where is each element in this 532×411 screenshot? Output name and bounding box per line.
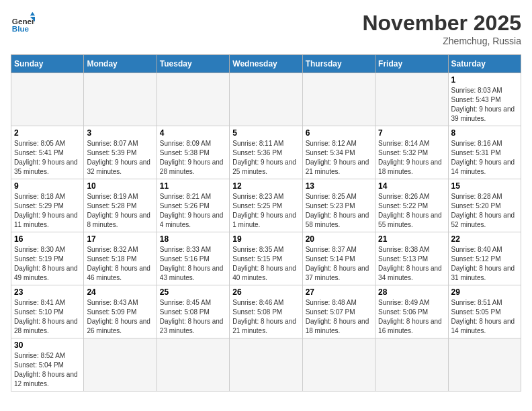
day-number: 12 bbox=[232, 181, 299, 191]
day-info: Sunrise: 8:28 AMSunset: 5:20 PMDaylight:… bbox=[451, 192, 518, 230]
day-info: Sunrise: 8:25 AMSunset: 5:23 PMDaylight:… bbox=[306, 192, 372, 230]
day-info: Sunrise: 8:43 AMSunset: 5:09 PMDaylight:… bbox=[87, 298, 153, 336]
logo-icon: General Blue bbox=[11, 11, 35, 35]
day-of-week-header: Tuesday bbox=[157, 55, 229, 73]
day-number: 18 bbox=[160, 234, 226, 244]
day-number: 11 bbox=[160, 181, 226, 191]
calendar-day-cell bbox=[84, 73, 157, 126]
day-info: Sunrise: 8:11 AMSunset: 5:36 PMDaylight:… bbox=[232, 139, 299, 177]
day-number: 16 bbox=[14, 234, 81, 244]
calendar-day-cell bbox=[230, 73, 302, 126]
calendar-day-cell bbox=[302, 338, 375, 392]
day-info: Sunrise: 8:41 AMSunset: 5:10 PMDaylight:… bbox=[14, 298, 81, 336]
day-info: Sunrise: 8:09 AMSunset: 5:38 PMDaylight:… bbox=[160, 139, 226, 177]
day-info: Sunrise: 8:03 AMSunset: 5:43 PMDaylight:… bbox=[451, 86, 518, 124]
calendar-day-cell: 22Sunrise: 8:40 AMSunset: 5:12 PMDayligh… bbox=[448, 232, 521, 285]
calendar-day-cell: 1Sunrise: 8:03 AMSunset: 5:43 PMDaylight… bbox=[448, 73, 521, 126]
calendar-day-cell: 19Sunrise: 8:35 AMSunset: 5:15 PMDayligh… bbox=[230, 232, 302, 285]
day-info: Sunrise: 8:14 AMSunset: 5:32 PMDaylight:… bbox=[378, 139, 445, 177]
day-info: Sunrise: 8:32 AMSunset: 5:18 PMDaylight:… bbox=[87, 245, 153, 283]
day-info: Sunrise: 8:46 AMSunset: 5:08 PMDaylight:… bbox=[232, 298, 299, 336]
day-number: 2 bbox=[14, 128, 81, 138]
day-number: 10 bbox=[87, 181, 153, 191]
calendar-day-cell: 25Sunrise: 8:45 AMSunset: 5:08 PMDayligh… bbox=[157, 285, 229, 338]
day-info: Sunrise: 8:33 AMSunset: 5:16 PMDaylight:… bbox=[160, 245, 226, 283]
day-of-week-header: Friday bbox=[375, 55, 448, 73]
calendar-day-cell: 5Sunrise: 8:11 AMSunset: 5:36 PMDaylight… bbox=[230, 126, 302, 179]
page-header: General Blue November 2025 Zhemchug, Rus… bbox=[11, 11, 521, 46]
day-number: 4 bbox=[160, 128, 226, 138]
calendar-day-cell: 14Sunrise: 8:26 AMSunset: 5:22 PMDayligh… bbox=[375, 179, 448, 232]
day-number: 28 bbox=[378, 287, 445, 297]
calendar-day-cell: 17Sunrise: 8:32 AMSunset: 5:18 PMDayligh… bbox=[84, 232, 157, 285]
calendar-day-cell: 7Sunrise: 8:14 AMSunset: 5:32 PMDaylight… bbox=[375, 126, 448, 179]
calendar-day-cell: 6Sunrise: 8:12 AMSunset: 5:34 PMDaylight… bbox=[302, 126, 375, 179]
day-number: 20 bbox=[306, 234, 372, 244]
day-info: Sunrise: 8:45 AMSunset: 5:08 PMDaylight:… bbox=[160, 298, 226, 336]
day-number: 1 bbox=[451, 75, 518, 85]
calendar-day-cell: 8Sunrise: 8:16 AMSunset: 5:31 PMDaylight… bbox=[448, 126, 521, 179]
calendar-week-row: 30Sunrise: 8:52 AMSunset: 5:04 PMDayligh… bbox=[11, 338, 521, 392]
calendar-day-cell: 28Sunrise: 8:49 AMSunset: 5:06 PMDayligh… bbox=[375, 285, 448, 338]
calendar-week-row: 2Sunrise: 8:05 AMSunset: 5:41 PMDaylight… bbox=[11, 126, 521, 179]
day-number: 3 bbox=[87, 128, 153, 138]
calendar-table: SundayMondayTuesdayWednesdayThursdayFrid… bbox=[11, 54, 521, 392]
calendar-day-cell: 12Sunrise: 8:23 AMSunset: 5:25 PMDayligh… bbox=[230, 179, 302, 232]
day-number: 17 bbox=[87, 234, 153, 244]
calendar-day-cell bbox=[375, 338, 448, 392]
day-number: 25 bbox=[160, 287, 226, 297]
calendar-day-cell bbox=[11, 73, 84, 126]
day-number: 8 bbox=[451, 128, 518, 138]
calendar-day-cell: 23Sunrise: 8:41 AMSunset: 5:10 PMDayligh… bbox=[11, 285, 84, 338]
calendar-day-cell: 26Sunrise: 8:46 AMSunset: 5:08 PMDayligh… bbox=[230, 285, 302, 338]
day-info: Sunrise: 8:38 AMSunset: 5:13 PMDaylight:… bbox=[378, 245, 445, 283]
day-of-week-header: Thursday bbox=[302, 55, 375, 73]
day-number: 7 bbox=[378, 128, 445, 138]
calendar-day-cell bbox=[448, 338, 521, 392]
day-info: Sunrise: 8:35 AMSunset: 5:15 PMDaylight:… bbox=[232, 245, 299, 283]
calendar-day-cell: 2Sunrise: 8:05 AMSunset: 5:41 PMDaylight… bbox=[11, 126, 84, 179]
day-info: Sunrise: 8:40 AMSunset: 5:12 PMDaylight:… bbox=[451, 245, 518, 283]
day-info: Sunrise: 8:19 AMSunset: 5:28 PMDaylight:… bbox=[87, 192, 153, 230]
day-number: 9 bbox=[14, 181, 81, 191]
calendar-day-cell: 11Sunrise: 8:21 AMSunset: 5:26 PMDayligh… bbox=[157, 179, 229, 232]
location: Zhemchug, Russia bbox=[362, 36, 521, 46]
day-number: 23 bbox=[14, 287, 81, 297]
day-info: Sunrise: 8:52 AMSunset: 5:04 PMDaylight:… bbox=[14, 351, 81, 389]
calendar-day-cell: 3Sunrise: 8:07 AMSunset: 5:39 PMDaylight… bbox=[84, 126, 157, 179]
calendar-week-row: 16Sunrise: 8:30 AMSunset: 5:19 PMDayligh… bbox=[11, 232, 521, 285]
calendar-day-cell bbox=[157, 73, 229, 126]
day-number: 6 bbox=[306, 128, 372, 138]
calendar-day-cell bbox=[84, 338, 157, 392]
calendar-day-cell: 9Sunrise: 8:18 AMSunset: 5:29 PMDaylight… bbox=[11, 179, 84, 232]
day-number: 13 bbox=[306, 181, 372, 191]
day-number: 5 bbox=[232, 128, 299, 138]
calendar-day-cell: 10Sunrise: 8:19 AMSunset: 5:28 PMDayligh… bbox=[84, 179, 157, 232]
day-of-week-header: Monday bbox=[84, 55, 157, 73]
day-number: 22 bbox=[451, 234, 518, 244]
svg-marker-2 bbox=[30, 12, 35, 15]
day-number: 27 bbox=[306, 287, 372, 297]
day-number: 24 bbox=[87, 287, 153, 297]
logo: General Blue bbox=[11, 11, 35, 35]
day-info: Sunrise: 8:21 AMSunset: 5:26 PMDaylight:… bbox=[160, 192, 226, 230]
day-of-week-header: Wednesday bbox=[230, 55, 302, 73]
calendar-day-cell: 16Sunrise: 8:30 AMSunset: 5:19 PMDayligh… bbox=[11, 232, 84, 285]
calendar-day-cell: 29Sunrise: 8:51 AMSunset: 5:05 PMDayligh… bbox=[448, 285, 521, 338]
day-info: Sunrise: 8:51 AMSunset: 5:05 PMDaylight:… bbox=[451, 298, 518, 336]
day-info: Sunrise: 8:26 AMSunset: 5:22 PMDaylight:… bbox=[378, 192, 445, 230]
calendar-day-cell: 30Sunrise: 8:52 AMSunset: 5:04 PMDayligh… bbox=[11, 338, 84, 392]
day-number: 14 bbox=[378, 181, 445, 191]
day-number: 30 bbox=[14, 340, 81, 350]
day-info: Sunrise: 8:07 AMSunset: 5:39 PMDaylight:… bbox=[87, 139, 153, 177]
calendar-day-cell bbox=[157, 338, 229, 392]
calendar-day-cell: 27Sunrise: 8:48 AMSunset: 5:07 PMDayligh… bbox=[302, 285, 375, 338]
day-number: 19 bbox=[232, 234, 299, 244]
calendar-week-row: 1Sunrise: 8:03 AMSunset: 5:43 PMDaylight… bbox=[11, 73, 521, 126]
day-info: Sunrise: 8:49 AMSunset: 5:06 PMDaylight:… bbox=[378, 298, 445, 336]
calendar-day-cell: 4Sunrise: 8:09 AMSunset: 5:38 PMDaylight… bbox=[157, 126, 229, 179]
calendar-day-cell bbox=[302, 73, 375, 126]
calendar-week-row: 9Sunrise: 8:18 AMSunset: 5:29 PMDaylight… bbox=[11, 179, 521, 232]
calendar-week-row: 23Sunrise: 8:41 AMSunset: 5:10 PMDayligh… bbox=[11, 285, 521, 338]
month-title: November 2025 bbox=[362, 11, 521, 36]
